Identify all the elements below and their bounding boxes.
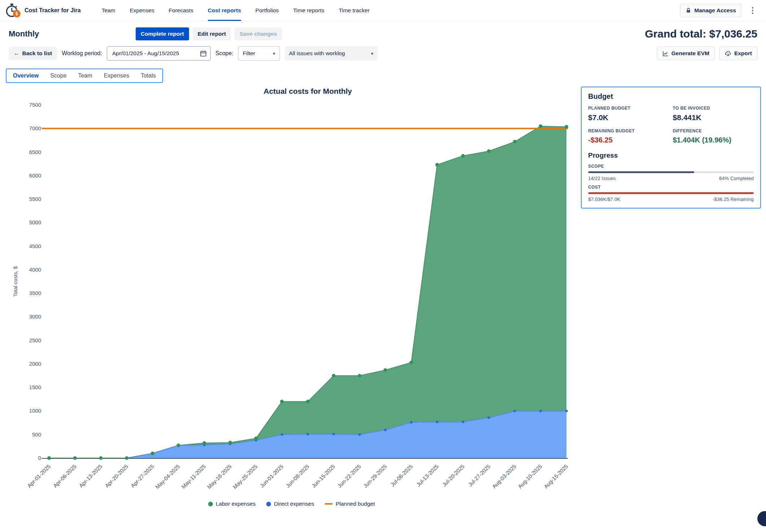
chevron-down-icon: ▾: [371, 51, 373, 56]
report-actions: Complete report Edit report Save changes: [136, 27, 282, 40]
svg-text:Jul-20-2025: Jul-20-2025: [441, 463, 465, 488]
back-to-list-label: Back to list: [22, 50, 52, 57]
back-arrow-icon: ←: [14, 50, 19, 57]
svg-text:Aug-10-2025: Aug-10-2025: [517, 463, 543, 489]
manage-access-button[interactable]: Manage Access: [680, 4, 741, 17]
svg-text:$: $: [16, 11, 18, 16]
svg-text:Apr-06-2025: Apr-06-2025: [52, 463, 78, 489]
svg-text:5500: 5500: [29, 196, 41, 202]
issues-filter-value: All issues with worklog: [289, 50, 345, 57]
save-changes-button[interactable]: Save changes: [235, 27, 282, 40]
cost-value: $7.036K/$7.0K: [588, 197, 620, 202]
nav-team[interactable]: Team: [102, 0, 115, 21]
back-to-list-button[interactable]: ← Back to list: [9, 47, 57, 60]
labor-swatch-icon: [208, 502, 213, 506]
tab-expenses[interactable]: Expenses: [104, 72, 129, 79]
svg-text:5000: 5000: [29, 219, 41, 225]
svg-text:Apr-01-2025: Apr-01-2025: [26, 463, 52, 489]
scope-label: Scope:: [215, 50, 233, 57]
svg-text:Jul-27-2025: Jul-27-2025: [467, 463, 491, 488]
tabs-wrap: Overview Scope Team Expenses Totals: [0, 63, 766, 84]
svg-text:Apr-13-2025: Apr-13-2025: [78, 463, 104, 489]
nav-forecasts[interactable]: Forecasts: [169, 0, 193, 21]
svg-text:May-18-2025: May-18-2025: [206, 463, 233, 490]
svg-text:Apr-27-2025: Apr-27-2025: [130, 463, 155, 489]
svg-text:May-04-2025: May-04-2025: [154, 463, 181, 490]
report-tabs: Overview Scope Team Expenses Totals: [6, 69, 163, 83]
svg-text:Jul-06-2025: Jul-06-2025: [389, 463, 414, 488]
legend-labor-expenses[interactable]: Labor expenses: [208, 501, 255, 507]
chat-widget[interactable]: [757, 511, 766, 526]
scope-progress-caption: 14/22 Issues 64% Completed: [588, 176, 754, 181]
legend-planned-budget-label: Planned budget: [336, 501, 375, 507]
svg-text:May-11-2025: May-11-2025: [180, 463, 207, 490]
svg-text:6500: 6500: [29, 149, 41, 155]
planned-budget-label: PLANNED BUDGET: [588, 106, 669, 111]
export-label: Export: [734, 50, 752, 57]
svg-text:3500: 3500: [29, 290, 41, 296]
nav-cost-reports[interactable]: Cost reports: [208, 0, 241, 21]
scope-progress-fill: [588, 171, 694, 173]
tab-team[interactable]: Team: [78, 72, 92, 79]
svg-text:0: 0: [38, 455, 41, 461]
complete-report-button[interactable]: Complete report: [136, 27, 189, 40]
generate-evm-button[interactable]: Generate EVM: [657, 47, 715, 60]
svg-text:Jul-13-2025: Jul-13-2025: [415, 463, 440, 488]
svg-text:500: 500: [32, 431, 41, 438]
svg-text:Total costs, $: Total costs, $: [13, 266, 18, 297]
svg-text:7500: 7500: [29, 102, 41, 108]
budget-grid: PLANNED BUDGET $7.0K TO BE INVOICED $8.4…: [588, 106, 754, 144]
svg-text:Jun-01-2025: Jun-01-2025: [259, 463, 285, 489]
cost-progress-caption: $7.036K/$7.0K -$36.25 Remaining: [588, 197, 754, 202]
report-toolbar: ← Back to list Worklog period: Apr/01/20…: [0, 42, 766, 63]
filter-select[interactable]: Filter ▾: [238, 46, 280, 61]
nav-time-tracker[interactable]: Time tracker: [339, 0, 370, 21]
legend-direct-expenses[interactable]: Direct expenses: [266, 501, 314, 507]
legend-planned-budget[interactable]: Planned budget: [325, 501, 375, 507]
svg-text:3000: 3000: [29, 313, 41, 320]
legend-labor-label: Labor expenses: [216, 501, 255, 507]
cost-progress-label: COST: [588, 185, 754, 190]
export-button[interactable]: Export: [719, 47, 757, 60]
svg-text:1000: 1000: [29, 408, 41, 414]
lock-icon: [686, 8, 691, 13]
nav-portfolios[interactable]: Portfolios: [255, 0, 279, 21]
remaining-budget-block: REMAINING BUDGET -$36.25: [588, 128, 669, 144]
issues-filter-select[interactable]: All issues with worklog ▾: [285, 46, 378, 61]
tab-totals[interactable]: Totals: [141, 72, 156, 79]
manage-access-label: Manage Access: [694, 7, 736, 14]
planned-budget-value: $7.0K: [588, 113, 669, 122]
calendar-icon: [200, 50, 207, 57]
to-be-invoiced-block: TO BE INVOICED $8.441K: [673, 106, 754, 122]
chart-area: Actual costs for MonthlyTotal costs, $05…: [6, 84, 577, 507]
tab-overview[interactable]: Overview: [13, 72, 39, 79]
worklog-period-input[interactable]: Apr/01/2025 - Aug/15/2025: [107, 46, 211, 61]
svg-text:4000: 4000: [29, 267, 41, 273]
remaining-budget-label: REMAINING BUDGET: [588, 128, 669, 133]
scope-completed: 64% Completed: [719, 176, 754, 181]
svg-text:May-25-2025: May-25-2025: [232, 463, 259, 490]
remaining-budget-value: -$36.25: [588, 136, 669, 144]
page-title: Monthly: [9, 29, 136, 39]
tab-scope[interactable]: Scope: [50, 72, 66, 79]
budget-panel: Budget PLANNED BUDGET $7.0K TO BE INVOIC…: [581, 87, 761, 208]
app-logo-icon: $: [5, 3, 21, 18]
nav-time-reports[interactable]: Time reports: [293, 0, 324, 21]
top-navigation: $ Cost Tracker for Jira Team Expenses Fo…: [0, 0, 766, 21]
worklog-period-value: Apr/01/2025 - Aug/15/2025: [112, 50, 179, 57]
svg-text:Apr-20-2025: Apr-20-2025: [104, 463, 129, 489]
svg-text:1500: 1500: [29, 384, 41, 390]
svg-text:2000: 2000: [29, 361, 41, 367]
nav-expenses[interactable]: Expenses: [130, 0, 154, 21]
planned-budget-swatch-icon: [325, 503, 333, 505]
svg-text:Jun-08-2025: Jun-08-2025: [285, 463, 311, 489]
kebab-menu-icon[interactable]: ⋮: [747, 5, 759, 16]
report-header: Monthly Complete report Edit report Save…: [0, 21, 766, 42]
difference-value: $1.404K (19.96%): [673, 136, 754, 144]
edit-report-button[interactable]: Edit report: [193, 27, 231, 40]
filter-select-value: Filter: [243, 50, 255, 57]
svg-text:7000: 7000: [29, 125, 41, 131]
budget-title: Budget: [588, 92, 754, 101]
cost-progress-fill: [588, 192, 754, 194]
cost-progress-bar: [588, 192, 754, 194]
